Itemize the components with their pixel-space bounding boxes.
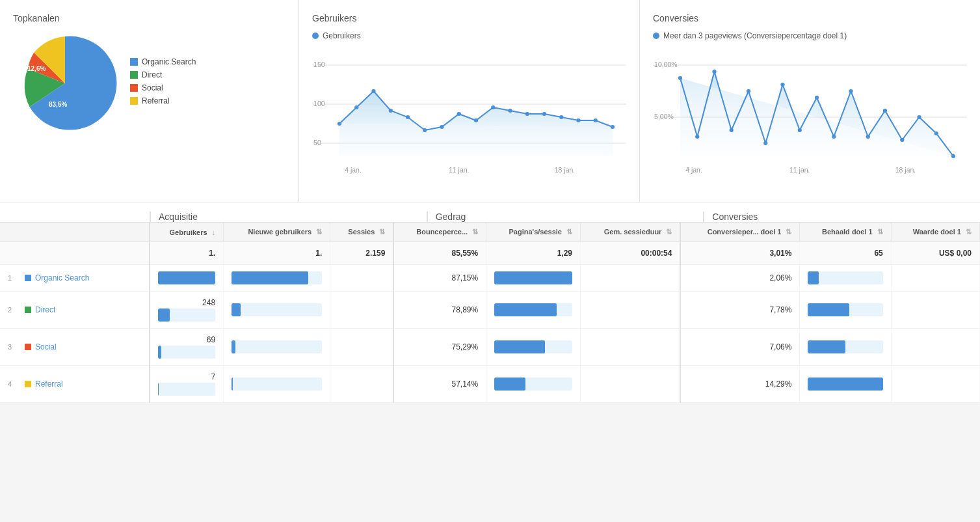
svg-point-14 [440,125,444,129]
conversies-top-title: Conversies [653,13,967,23]
svg-point-40 [780,83,784,87]
topkanalen-title: Topkanalen [13,13,285,23]
svg-point-43 [832,135,836,139]
svg-point-46 [883,109,887,113]
row3-gem-sessieduur [581,329,681,366]
row1-gem-sessieduur [581,265,681,292]
row4-gebruikers: 7 [150,366,224,403]
row2-waarde [891,292,979,329]
col-header-gebruikers[interactable]: Gebruikers ↓ [150,223,224,242]
svg-point-38 [747,89,750,93]
svg-text:4 jan.: 4 jan. [345,167,362,174]
table-row: 2 Direct 248 78,89% 7,78 [0,292,980,329]
referral-link[interactable]: 4 Referral [8,379,141,389]
direct-label: Direct [35,305,55,314]
row1-gebruikers-bar [158,271,215,284]
svg-text:18 jan.: 18 jan. [555,167,576,174]
row1-behaald [800,265,891,292]
legend-label-organic: Organic Search [142,57,196,66]
gedrag-header: Gedrag [427,212,704,222]
row3-bounceperce: 75,29% [393,329,486,366]
legend-dot-social [130,84,138,92]
row4-channel[interactable]: 4 Referral [0,366,150,403]
legend-item-direct: Direct [130,70,196,79]
social-link[interactable]: 3 Social [8,342,141,351]
row1-bounceperce: 87,15% [393,265,486,292]
pie-chart: 83,5% 12,6% [13,31,117,135]
svg-marker-33 [680,72,953,156]
col-header-nieuwe-gebruikers[interactable]: Nieuwe gebruikers ⇅ [224,223,330,242]
row2-conversieper: 7,78% [680,292,800,329]
svg-point-20 [542,112,546,116]
total-bounceperce: 85,55% [393,242,486,265]
direct-link[interactable]: 2 Direct [8,305,141,314]
row1-paginas-bar [494,271,572,284]
row2-paginas [486,292,581,329]
social-dot [25,344,31,350]
row1-waarde [891,265,979,292]
legend-item-social: Social [130,83,196,92]
conversies-chart: 10,00% 5,00% [653,46,967,189]
row1-conversieper: 2,06% [680,265,800,292]
svg-point-8 [338,122,341,126]
col-header-channel[interactable] [0,223,150,242]
total-conversieper: 3,01% [680,242,800,265]
conversies-legend-label: Meer dan 3 pageviews (Conversiepercentag… [663,31,847,40]
col-header-paginas[interactable]: Pagina's/sessie ⇅ [486,223,581,242]
row2-channel[interactable]: 2 Direct [0,292,150,329]
total-label [0,242,150,265]
col-header-waarde[interactable]: Waarde doel 1 ⇅ [891,223,979,242]
organic-search-link[interactable]: 1 Organic Search [8,273,141,282]
row3-paginas-bar [494,340,545,353]
data-table: Gebruikers ↓ Nieuwe gebruikers ⇅ Sessies… [0,223,980,403]
row1-paginas [486,265,581,292]
row4-paginas-bar [494,378,525,391]
row1-gebruikers [150,265,224,292]
total-sessies: 2.159 [330,242,394,265]
organic-dot [25,275,31,281]
col-header-behaald[interactable]: Behaald doel 1 ⇅ [800,223,891,242]
table-row: 3 Social 69 75,29% 7,06% [0,329,980,366]
svg-point-24 [611,125,615,129]
col-header-sessies[interactable]: Sessies ⇅ [330,223,394,242]
svg-text:5,00%: 5,00% [654,113,674,120]
conversies-top-panel: Conversies Meer dan 3 pageviews (Convers… [640,0,980,202]
row1-behaald-bar [808,271,818,284]
svg-point-13 [423,128,427,132]
svg-point-22 [576,118,580,122]
gebruikers-title: Gebruikers [312,13,626,23]
row2-nieuwe-bar [232,303,241,316]
total-behaald: 65 [800,242,891,265]
conversies-header: Conversies [703,212,980,222]
legend-dot-referral [130,97,138,105]
svg-point-37 [730,128,734,132]
row3-conversieper: 7,06% [680,329,800,366]
row3-nieuwe-bar [232,340,235,353]
col-header-gem-sessieduur[interactable]: Gem. sessieduur ⇅ [581,223,681,242]
svg-point-18 [508,109,512,113]
svg-point-41 [798,128,802,132]
svg-point-19 [525,112,529,116]
row3-nieuwe-gebruikers [224,329,330,366]
row3-channel[interactable]: 3 Social [0,329,150,366]
total-gem-sessieduur: 00:00:54 [581,242,681,265]
acquisitie-header: Acquisitie [150,212,427,222]
row4-sessies [330,366,394,403]
total-waarde: US$ 0,00 [891,242,979,265]
svg-point-12 [406,115,410,119]
row2-bounceperce: 78,89% [393,292,486,329]
row3-behaald-bar [808,340,845,353]
direct-dot [25,307,31,313]
topkanalen-panel: Topkanalen 83,5% 12,6% [0,0,299,202]
svg-point-35 [695,135,699,139]
col-header-conversieper[interactable]: Conversieper... doel 1 ⇅ [680,223,800,242]
row2-gem-sessieduur [581,292,681,329]
row3-behaald [800,329,891,366]
col-header-bounceperce[interactable]: Bounceperce... ⇅ [393,223,486,242]
row2-paginas-bar [494,303,557,316]
row4-gebruikers-val: 7 [211,372,215,381]
row1-nieuwe-bar [232,271,308,284]
row1-channel[interactable]: 1 Organic Search [0,265,150,292]
legend-label-social: Social [142,83,163,92]
svg-text:4 jan.: 4 jan. [685,167,702,174]
